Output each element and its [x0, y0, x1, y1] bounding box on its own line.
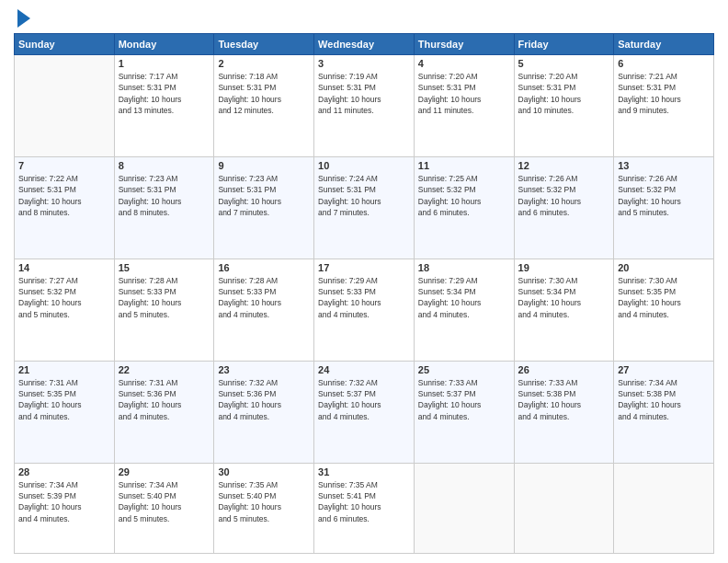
- day-cell: 25Sunrise: 7:33 AM Sunset: 5:37 PM Dayli…: [414, 361, 514, 463]
- day-info: Sunrise: 7:22 AM Sunset: 5:31 PM Dayligh…: [18, 173, 110, 218]
- day-info: Sunrise: 7:32 AM Sunset: 5:37 PM Dayligh…: [318, 377, 410, 422]
- day-info: Sunrise: 7:34 AM Sunset: 5:40 PM Dayligh…: [119, 479, 210, 524]
- day-cell: 5Sunrise: 7:20 AM Sunset: 5:31 PM Daylig…: [514, 55, 614, 157]
- day-number: 10: [318, 160, 410, 171]
- day-cell: 18Sunrise: 7:29 AM Sunset: 5:34 PM Dayli…: [414, 259, 514, 361]
- day-number: 26: [518, 364, 610, 375]
- day-cell: 6Sunrise: 7:21 AM Sunset: 5:31 PM Daylig…: [614, 55, 714, 157]
- day-cell: 26Sunrise: 7:33 AM Sunset: 5:38 PM Dayli…: [514, 361, 614, 463]
- day-cell: 2Sunrise: 7:18 AM Sunset: 5:31 PM Daylig…: [214, 55, 314, 157]
- week-row-4: 21Sunrise: 7:31 AM Sunset: 5:35 PM Dayli…: [15, 361, 714, 463]
- logo: [14, 9, 30, 28]
- day-number: 6: [618, 58, 710, 69]
- column-header-thursday: Thursday: [414, 34, 514, 55]
- day-info: Sunrise: 7:27 AM Sunset: 5:32 PM Dayligh…: [18, 275, 110, 320]
- day-cell: [514, 463, 614, 553]
- day-info: Sunrise: 7:19 AM Sunset: 5:31 PM Dayligh…: [318, 71, 410, 116]
- day-number: 13: [618, 160, 710, 171]
- day-info: Sunrise: 7:26 AM Sunset: 5:32 PM Dayligh…: [518, 173, 610, 218]
- day-cell: [614, 463, 714, 553]
- day-cell: 9Sunrise: 7:23 AM Sunset: 5:31 PM Daylig…: [214, 156, 314, 259]
- day-number: 19: [518, 262, 610, 273]
- logo-arrow-icon: [17, 9, 30, 28]
- day-number: 22: [119, 364, 210, 375]
- day-cell: [15, 55, 115, 157]
- day-info: Sunrise: 7:20 AM Sunset: 5:31 PM Dayligh…: [418, 71, 510, 116]
- day-cell: 12Sunrise: 7:26 AM Sunset: 5:32 PM Dayli…: [514, 156, 614, 259]
- day-cell: 22Sunrise: 7:31 AM Sunset: 5:36 PM Dayli…: [114, 361, 214, 463]
- day-number: 23: [218, 364, 310, 375]
- column-header-friday: Friday: [514, 34, 614, 55]
- day-info: Sunrise: 7:20 AM Sunset: 5:31 PM Dayligh…: [518, 71, 610, 116]
- day-cell: 16Sunrise: 7:28 AM Sunset: 5:33 PM Dayli…: [214, 259, 314, 361]
- day-cell: 4Sunrise: 7:20 AM Sunset: 5:31 PM Daylig…: [414, 55, 514, 157]
- page: SundayMondayTuesdayWednesdayThursdayFrid…: [0, 0, 728, 563]
- week-row-5: 28Sunrise: 7:34 AM Sunset: 5:39 PM Dayli…: [15, 463, 714, 553]
- day-number: 11: [418, 160, 510, 171]
- day-number: 9: [218, 160, 310, 171]
- day-cell: 27Sunrise: 7:34 AM Sunset: 5:38 PM Dayli…: [614, 361, 714, 463]
- day-info: Sunrise: 7:28 AM Sunset: 5:33 PM Dayligh…: [119, 275, 210, 320]
- day-cell: 19Sunrise: 7:30 AM Sunset: 5:34 PM Dayli…: [514, 259, 614, 361]
- day-number: 30: [218, 466, 310, 477]
- column-header-monday: Monday: [114, 34, 214, 55]
- day-info: Sunrise: 7:31 AM Sunset: 5:35 PM Dayligh…: [18, 377, 110, 422]
- day-cell: 13Sunrise: 7:26 AM Sunset: 5:32 PM Dayli…: [614, 156, 714, 259]
- day-info: Sunrise: 7:24 AM Sunset: 5:31 PM Dayligh…: [318, 173, 410, 218]
- day-cell: 15Sunrise: 7:28 AM Sunset: 5:33 PM Dayli…: [114, 259, 214, 361]
- day-cell: 1Sunrise: 7:17 AM Sunset: 5:31 PM Daylig…: [114, 55, 214, 157]
- week-row-2: 7Sunrise: 7:22 AM Sunset: 5:31 PM Daylig…: [15, 156, 714, 259]
- day-number: 12: [518, 160, 610, 171]
- day-cell: [414, 463, 514, 553]
- day-number: 31: [318, 466, 410, 477]
- day-info: Sunrise: 7:17 AM Sunset: 5:31 PM Dayligh…: [119, 71, 210, 116]
- header-row: SundayMondayTuesdayWednesdayThursdayFrid…: [15, 34, 714, 55]
- header: [14, 9, 714, 28]
- day-info: Sunrise: 7:29 AM Sunset: 5:34 PM Dayligh…: [418, 275, 510, 320]
- day-info: Sunrise: 7:30 AM Sunset: 5:35 PM Dayligh…: [618, 275, 710, 320]
- week-row-3: 14Sunrise: 7:27 AM Sunset: 5:32 PM Dayli…: [15, 259, 714, 361]
- day-number: 28: [18, 466, 110, 477]
- day-cell: 23Sunrise: 7:32 AM Sunset: 5:36 PM Dayli…: [214, 361, 314, 463]
- day-cell: 24Sunrise: 7:32 AM Sunset: 5:37 PM Dayli…: [314, 361, 415, 463]
- day-number: 20: [618, 262, 710, 273]
- day-info: Sunrise: 7:35 AM Sunset: 5:40 PM Dayligh…: [218, 479, 310, 524]
- day-info: Sunrise: 7:31 AM Sunset: 5:36 PM Dayligh…: [119, 377, 210, 422]
- day-number: 16: [218, 262, 310, 273]
- calendar-table: SundayMondayTuesdayWednesdayThursdayFrid…: [14, 33, 714, 554]
- day-number: 1: [119, 58, 210, 69]
- day-info: Sunrise: 7:30 AM Sunset: 5:34 PM Dayligh…: [518, 275, 610, 320]
- day-cell: 28Sunrise: 7:34 AM Sunset: 5:39 PM Dayli…: [15, 463, 115, 553]
- column-header-sunday: Sunday: [15, 34, 115, 55]
- day-info: Sunrise: 7:25 AM Sunset: 5:32 PM Dayligh…: [418, 173, 510, 218]
- day-cell: 20Sunrise: 7:30 AM Sunset: 5:35 PM Dayli…: [614, 259, 714, 361]
- day-number: 18: [418, 262, 510, 273]
- day-info: Sunrise: 7:26 AM Sunset: 5:32 PM Dayligh…: [618, 173, 710, 218]
- day-number: 3: [318, 58, 410, 69]
- day-info: Sunrise: 7:35 AM Sunset: 5:41 PM Dayligh…: [318, 479, 410, 524]
- day-info: Sunrise: 7:34 AM Sunset: 5:39 PM Dayligh…: [18, 479, 110, 524]
- day-info: Sunrise: 7:34 AM Sunset: 5:38 PM Dayligh…: [618, 377, 710, 422]
- day-info: Sunrise: 7:33 AM Sunset: 5:37 PM Dayligh…: [418, 377, 510, 422]
- day-number: 4: [418, 58, 510, 69]
- day-info: Sunrise: 7:23 AM Sunset: 5:31 PM Dayligh…: [218, 173, 310, 218]
- day-info: Sunrise: 7:33 AM Sunset: 5:38 PM Dayligh…: [518, 377, 610, 422]
- day-cell: 7Sunrise: 7:22 AM Sunset: 5:31 PM Daylig…: [15, 156, 115, 259]
- day-number: 17: [318, 262, 410, 273]
- column-header-tuesday: Tuesday: [214, 34, 314, 55]
- day-number: 5: [518, 58, 610, 69]
- day-info: Sunrise: 7:18 AM Sunset: 5:31 PM Dayligh…: [218, 71, 310, 116]
- day-number: 8: [119, 160, 210, 171]
- day-info: Sunrise: 7:28 AM Sunset: 5:33 PM Dayligh…: [218, 275, 310, 320]
- day-cell: 21Sunrise: 7:31 AM Sunset: 5:35 PM Dayli…: [15, 361, 115, 463]
- day-cell: 10Sunrise: 7:24 AM Sunset: 5:31 PM Dayli…: [314, 156, 415, 259]
- day-cell: 31Sunrise: 7:35 AM Sunset: 5:41 PM Dayli…: [314, 463, 415, 553]
- day-number: 27: [618, 364, 710, 375]
- day-number: 21: [18, 364, 110, 375]
- day-number: 15: [119, 262, 210, 273]
- day-number: 29: [119, 466, 210, 477]
- day-number: 7: [18, 160, 110, 171]
- day-number: 2: [218, 58, 310, 69]
- day-cell: 8Sunrise: 7:23 AM Sunset: 5:31 PM Daylig…: [114, 156, 214, 259]
- column-header-saturday: Saturday: [614, 34, 714, 55]
